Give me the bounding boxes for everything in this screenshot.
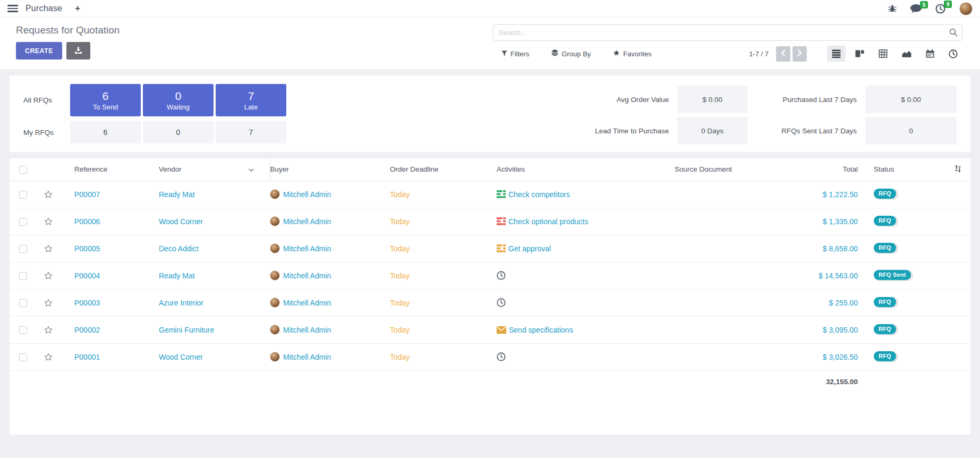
calendar-view-icon[interactable] (921, 46, 939, 62)
vendor-link[interactable]: Gemini Furniture (159, 326, 214, 334)
group-by-button[interactable]: Group By (551, 49, 591, 58)
table-row[interactable]: P00003 Azure Interior Mitchell Admin Tod… (10, 289, 970, 316)
filters-button[interactable]: Filters (501, 49, 529, 58)
tasks-icon[interactable] (497, 190, 506, 198)
list-view-icon[interactable] (827, 46, 846, 62)
vendor-link[interactable]: Ready Mat (159, 190, 195, 199)
optional-columns-icon[interactable] (954, 165, 962, 174)
activity-view-icon[interactable] (944, 46, 962, 62)
activity-label[interactable]: Get approval (508, 244, 551, 253)
vendor-link[interactable]: Wood Corner (159, 217, 203, 226)
buyer-link[interactable]: Mitchell Admin (283, 190, 331, 199)
app-name[interactable]: Purchase (25, 4, 62, 13)
kpi-lead-time-to-purchase[interactable]: 0 Days (677, 117, 747, 145)
activity-label[interactable]: Send specifications (509, 326, 573, 334)
row-checkbox[interactable] (19, 218, 27, 226)
graph-view-icon[interactable] (897, 46, 916, 62)
kpi-avg-order-value[interactable]: $ 0.00 (677, 86, 747, 113)
kpi-rfqs-sent-last-7-days[interactable]: 0 (865, 117, 957, 145)
tile-late[interactable]: 7 Late (216, 84, 286, 116)
buyer-link[interactable]: Mitchell Admin (283, 244, 331, 253)
table-row[interactable]: P00007 Ready Mat Mitchell Admin Today Ch… (10, 181, 970, 208)
kanban-view-icon[interactable] (850, 46, 869, 62)
clock-icon[interactable] (497, 352, 506, 361)
buyer-link[interactable]: Mitchell Admin (283, 299, 331, 307)
favorites-button[interactable]: Favorites (613, 49, 651, 58)
row-checkbox[interactable] (19, 353, 27, 361)
tasks-icon[interactable] (497, 217, 506, 225)
my-to-send-box[interactable]: 6 (70, 121, 141, 143)
table-row[interactable]: P00006 Wood Corner Mitchell Admin Today … (10, 208, 970, 235)
row-checkbox[interactable] (19, 326, 27, 334)
row-checkbox[interactable] (19, 245, 27, 253)
clock-icon[interactable] (497, 298, 506, 307)
row-checkbox[interactable] (19, 191, 27, 199)
column-activities[interactable]: Activities (497, 158, 651, 181)
favorite-star-icon[interactable] (44, 217, 53, 226)
column-vendor[interactable]: Vendor (159, 158, 270, 181)
favorite-star-icon[interactable] (44, 244, 53, 253)
tasks-icon[interactable] (497, 244, 506, 252)
reference-link[interactable]: P00005 (74, 244, 100, 253)
buyer-link[interactable]: Mitchell Admin (283, 326, 331, 334)
messages-icon[interactable]: 5 (910, 4, 922, 13)
vendor-link[interactable]: Deco Addict (159, 244, 199, 253)
column-buyer[interactable]: Buyer (270, 158, 390, 181)
table-row[interactable]: P00002 Gemini Furniture Mitchell Admin T… (10, 316, 970, 343)
export-button[interactable] (66, 42, 90, 60)
buyer-link[interactable]: Mitchell Admin (283, 353, 331, 361)
reference-link[interactable]: P00007 (74, 190, 100, 199)
row-total: $ 1,335.00 (823, 217, 858, 226)
pager-next-button[interactable] (792, 46, 807, 62)
column-total[interactable]: Total (756, 158, 862, 181)
vendor-link[interactable]: Wood Corner (159, 353, 203, 361)
row-total: $ 8,658.00 (823, 244, 858, 253)
buyer-link[interactable]: Mitchell Admin (283, 217, 331, 226)
activity-label[interactable]: Check optional products (508, 217, 588, 226)
row-checkbox[interactable] (19, 299, 27, 307)
column-reference[interactable]: Reference (61, 158, 159, 181)
activities-icon[interactable]: 9 (935, 4, 945, 14)
source-document-value (651, 208, 756, 235)
table-row[interactable]: P00004 Ready Mat Mitchell Admin Today $ … (10, 262, 970, 289)
clock-icon[interactable] (497, 271, 506, 280)
activity-label[interactable]: Check competitors (508, 190, 570, 199)
bug-icon[interactable] (888, 4, 897, 13)
row-checkbox[interactable] (19, 272, 27, 280)
search-icon[interactable] (949, 28, 958, 38)
tile-value: 7 (248, 90, 254, 102)
reference-link[interactable]: P00004 (74, 272, 100, 280)
buyer-avatar (270, 352, 280, 362)
favorite-star-icon[interactable] (44, 352, 53, 362)
favorite-star-icon[interactable] (44, 190, 53, 199)
menu-icon[interactable] (7, 5, 18, 12)
reference-link[interactable]: P00006 (74, 217, 100, 226)
reference-link[interactable]: P00003 (74, 299, 100, 307)
vendor-link[interactable]: Ready Mat (159, 272, 195, 280)
column-status[interactable]: Status (862, 158, 942, 181)
tile-waiting[interactable]: 0 Waiting (143, 84, 214, 116)
reference-link[interactable]: P00001 (74, 353, 100, 361)
table-row[interactable]: P00005 Deco Addict Mitchell Admin Today … (10, 235, 970, 262)
favorite-star-icon[interactable] (44, 325, 53, 335)
create-button[interactable]: CREATE (16, 42, 62, 60)
my-late-box[interactable]: 7 (216, 121, 286, 143)
select-all-checkbox[interactable] (19, 166, 27, 174)
search-input[interactable] (493, 24, 962, 41)
reference-link[interactable]: P00002 (74, 326, 100, 334)
envelope-icon[interactable] (497, 326, 506, 334)
buyer-link[interactable]: Mitchell Admin (283, 272, 331, 280)
kpi-purchased-last-7-days[interactable]: $ 0.00 (865, 86, 957, 113)
table-row[interactable]: P00001 Wood Corner Mitchell Admin Today … (10, 343, 970, 370)
favorite-star-icon[interactable] (44, 271, 53, 281)
column-order-deadline[interactable]: Order Deadline (390, 158, 497, 181)
vendor-link[interactable]: Azure Interior (159, 299, 203, 307)
avatar[interactable] (959, 2, 973, 15)
pivot-view-icon[interactable] (874, 46, 892, 62)
pager-previous-button[interactable] (776, 46, 790, 62)
tile-to-send[interactable]: 6 To Send (70, 84, 141, 116)
column-source-document[interactable]: Source Document (651, 158, 756, 181)
favorite-star-icon[interactable] (44, 298, 53, 308)
my-waiting-box[interactable]: 0 (143, 121, 214, 143)
add-tab-icon[interactable]: + (75, 3, 80, 14)
